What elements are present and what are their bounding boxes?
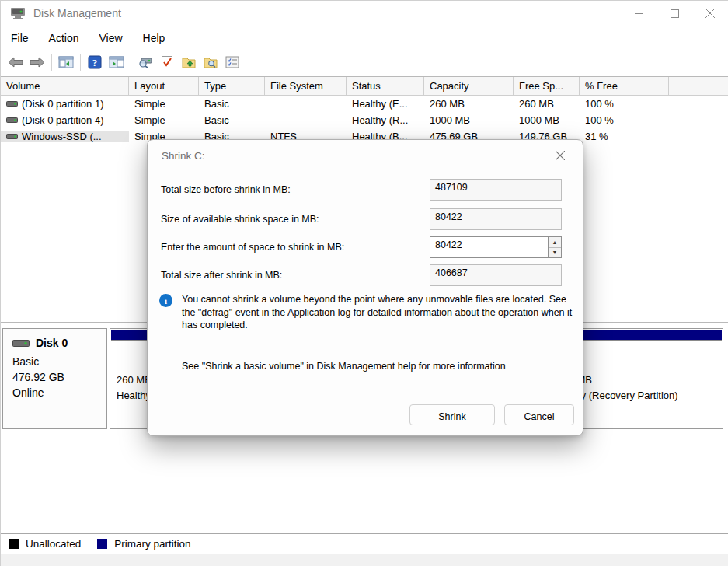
column-header-type[interactable]: Type (199, 77, 265, 95)
maximize-button[interactable] (657, 1, 692, 26)
toolbar-separator (131, 54, 131, 71)
menu-file[interactable]: File (11, 32, 29, 44)
volume-icon (6, 100, 18, 107)
show-console-tree-icon[interactable] (55, 52, 77, 72)
check-document-icon[interactable] (156, 52, 178, 72)
shrink-amount-input[interactable]: 80422 (430, 236, 549, 258)
show-action-pane-icon[interactable] (106, 52, 127, 72)
disk-type: Basic (12, 354, 106, 369)
volume-icon (6, 133, 18, 140)
app-icon (10, 7, 26, 19)
field-label-available-space: Size of available shrink space in MB: (161, 214, 319, 225)
info-icon: i (159, 294, 172, 307)
field-label-total-before: Total size before shrink in MB: (161, 184, 291, 195)
field-label-shrink-amount: Enter the amount of space to shrink in M… (161, 242, 344, 253)
column-header-blank (669, 77, 728, 95)
title-bar: Disk Management (1, 1, 728, 26)
cancel-button[interactable]: Cancel (504, 404, 574, 425)
total-before-shrink-field: 487109 (430, 179, 562, 201)
disk-icon (12, 339, 30, 348)
cell-status: Healthy (R... (347, 114, 424, 126)
disk-status: Online (12, 385, 106, 400)
disk-management-window: Disk Management File Action View Help (0, 0, 728, 566)
cell-free-space: 260 MB (514, 98, 580, 110)
column-header-volume[interactable]: Volume (1, 77, 129, 95)
column-header-status[interactable]: Status (347, 77, 424, 95)
folder-search-icon[interactable] (200, 52, 221, 72)
volume-icon (6, 117, 18, 124)
svg-text:?: ? (92, 57, 98, 68)
cell-capacity: 1000 MB (424, 114, 514, 126)
cell-status: Healthy (E... (347, 98, 424, 110)
close-button[interactable] (692, 1, 728, 26)
status-bar-filler (1, 554, 728, 566)
cell-capacity: 260 MB (424, 98, 514, 110)
column-header-capacity[interactable]: Capacity (424, 77, 514, 95)
table-row[interactable]: (Disk 0 partition 1) Simple Basic Health… (1, 96, 728, 112)
forward-arrow-icon[interactable] (26, 52, 48, 72)
legend-bar: Unallocated Primary partition (1, 533, 728, 554)
properties-list-icon[interactable] (221, 52, 243, 72)
column-header-file-system[interactable]: File System (265, 77, 347, 95)
column-header-layout[interactable]: Layout (129, 77, 199, 95)
menu-bar: File Action View Help (1, 26, 728, 49)
spinner-up-icon[interactable]: ▲ (549, 237, 561, 247)
cell-pct-free: 100 % (580, 114, 669, 126)
volume-name: (Disk 0 partition 1) (22, 98, 103, 110)
toolbar-separator (80, 54, 81, 71)
shrink-dialog: Shrink C: Total size before shrink in MB… (147, 139, 583, 436)
dialog-title-bar: Shrink C: (148, 140, 583, 171)
cell-pct-free: 100 % (580, 98, 669, 110)
cell-pct-free: 31 % (580, 131, 669, 142)
cell-layout: Simple (129, 98, 199, 110)
disk0-info-panel[interactable]: Disk 0 Basic 476.92 GB Online (2, 328, 107, 429)
table-row[interactable]: (Disk 0 partition 4) Simple Basic Health… (1, 112, 728, 128)
menu-action[interactable]: Action (49, 32, 79, 44)
cell-type: Basic (199, 98, 265, 110)
available-shrink-space-field: 80422 (430, 208, 562, 230)
shrink-help-text: See "Shrink a basic volume" in Disk Mana… (182, 361, 574, 372)
unallocated-legend-label: Unallocated (26, 538, 81, 550)
toolbar: ? (1, 49, 728, 75)
column-header-pct-free[interactable]: % Free (580, 77, 669, 95)
field-label-total-after: Total size after shrink in MB: (161, 270, 282, 281)
cell-free-space: 1000 MB (514, 114, 580, 126)
unallocated-legend-swatch (9, 539, 19, 549)
volume-name: Windows-SSD (... (22, 131, 102, 142)
dialog-close-icon[interactable] (550, 145, 570, 166)
cell-type: Basic (199, 114, 265, 126)
disk-size: 476.92 GB (12, 369, 106, 385)
shrink-amount-spinner[interactable]: ▲ ▼ (549, 236, 562, 258)
primary-partition-legend-swatch (97, 539, 107, 549)
shrink-button[interactable]: Shrink (409, 404, 495, 425)
help-icon[interactable]: ? (84, 52, 106, 72)
window-title: Disk Management (33, 7, 121, 19)
disk-name: Disk 0 (36, 337, 68, 349)
spinner-down-icon[interactable]: ▼ (549, 247, 561, 258)
total-after-shrink-field: 406687 (430, 264, 562, 286)
volume-list-header: Volume Layout Type File System Status Ca… (1, 77, 728, 96)
volume-name: (Disk 0 partition 4) (22, 114, 103, 126)
cell-layout: Simple (129, 114, 199, 126)
primary-partition-legend-label: Primary partition (114, 538, 190, 550)
folder-up-icon[interactable] (178, 52, 200, 72)
disk-rescan-icon[interactable] (134, 52, 156, 72)
dialog-title: Shrink C: (162, 150, 205, 162)
back-arrow-icon[interactable] (5, 52, 26, 72)
column-header-free-space[interactable]: Free Sp... (514, 77, 580, 95)
menu-view[interactable]: View (99, 32, 122, 44)
minimize-button[interactable] (621, 1, 657, 26)
shrink-info-text: You cannot shrink a volume beyond the po… (182, 293, 574, 332)
toolbar-separator (51, 54, 52, 71)
menu-help[interactable]: Help (143, 32, 165, 44)
